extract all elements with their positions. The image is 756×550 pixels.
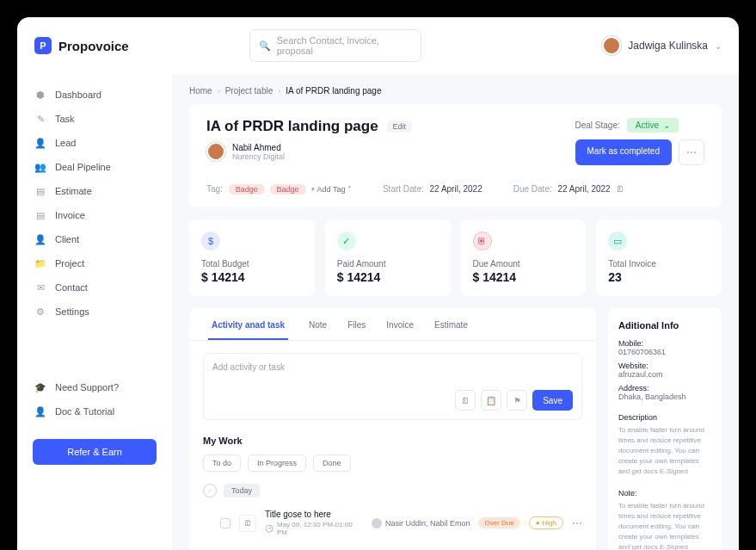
search-icon: 🔍 bbox=[259, 40, 271, 52]
breadcrumb-parent[interactable]: Project table bbox=[225, 86, 274, 96]
sidebar-item-client[interactable]: 👤Client bbox=[17, 227, 172, 251]
website-label: Website: bbox=[618, 362, 711, 370]
stat-due-amount: ⛨Due Amount$ 14214 bbox=[461, 219, 587, 296]
filter-in-progress[interactable]: In Progress bbox=[248, 454, 306, 472]
note-value: To enable faster turn around times and r… bbox=[618, 501, 711, 550]
lead-icon: 👤 bbox=[34, 137, 46, 149]
owner-name: Nabil Ahmed bbox=[232, 143, 285, 152]
description-label: Description bbox=[618, 413, 711, 422]
task-checkbox[interactable] bbox=[220, 518, 230, 528]
mark-completed-button[interactable]: Mark as completed bbox=[575, 139, 672, 165]
task-more-button[interactable]: ⋯ bbox=[572, 517, 582, 529]
estimate-icon: ▤ bbox=[34, 185, 46, 197]
client-icon: 👤 bbox=[34, 233, 46, 245]
activity-panel: Activity anad taskNoteFilesInvoiceEstima… bbox=[189, 308, 596, 550]
tab-estimate[interactable]: Estimate bbox=[434, 320, 468, 340]
sidebar-item-estimate[interactable]: ▤Estimate bbox=[17, 179, 172, 203]
sidebar-item-dashboard[interactable]: ⬢Dashboard bbox=[17, 83, 172, 107]
task-icon: ✎ bbox=[34, 113, 46, 125]
sidebar: ⬢Dashboard✎Task👤Lead👥Deal Pipeline▤Estim… bbox=[17, 74, 172, 550]
tab-note[interactable]: Note bbox=[309, 320, 327, 340]
deal-pipeline-icon: 👥 bbox=[34, 161, 46, 173]
note-label: Note: bbox=[618, 489, 711, 497]
stat-icon: ⛨ bbox=[473, 232, 492, 250]
stats-row: $Total Budget$ 14214✓Paid Amount$ 14214⛨… bbox=[189, 219, 722, 296]
sidebar-item-settings[interactable]: ⚙Settings bbox=[17, 300, 172, 324]
tab-activity-anad-task[interactable]: Activity anad task bbox=[208, 320, 288, 340]
task-title[interactable]: Title gose to here bbox=[265, 510, 363, 519]
owner-org: Nurency Digital bbox=[232, 152, 285, 161]
chevron-down-icon: ⌄ bbox=[663, 121, 670, 130]
priority-badge: ●High bbox=[529, 516, 563, 529]
invoice-icon: ▤ bbox=[34, 209, 46, 221]
deal-stage-select[interactable]: Active ⌄ bbox=[627, 118, 679, 133]
sidebar-item-task[interactable]: ✎Task bbox=[17, 107, 172, 131]
app-window: P Propovoice 🔍 Search Contact, invoice, … bbox=[17, 17, 739, 550]
user-menu[interactable]: Jadwiga Kulinska ⌄ bbox=[602, 36, 722, 55]
clock-icon: 🕑 bbox=[265, 525, 274, 533]
filter-to-do[interactable]: To do bbox=[203, 454, 241, 472]
sidebar-item-deal-pipeline[interactable]: 👥Deal Pipeline bbox=[17, 155, 172, 179]
topbar: P Propovoice 🔍 Search Contact, invoice, … bbox=[17, 17, 739, 74]
due-date-label: Due Date: bbox=[513, 184, 552, 194]
sidebar-item-invoice[interactable]: ▤Invoice bbox=[17, 203, 172, 227]
edit-button[interactable]: Edit bbox=[387, 121, 413, 133]
tab-files[interactable]: Files bbox=[347, 320, 366, 340]
activity-input[interactable]: Add activity or task bbox=[212, 362, 573, 385]
add-tag-button[interactable]: + Add Tag ˅ bbox=[310, 185, 352, 194]
mywork-heading: My Work bbox=[203, 436, 582, 446]
project-owner: Nabil Ahmed Nurency Digital bbox=[206, 142, 412, 161]
stat-total-budget: $Total Budget$ 14214 bbox=[189, 219, 315, 296]
brand[interactable]: P Propovoice bbox=[34, 37, 129, 54]
tag-label: Tag: bbox=[206, 184, 223, 194]
filter-done[interactable]: Done bbox=[313, 454, 351, 472]
avatar bbox=[372, 518, 382, 528]
flag-icon-button[interactable]: ⚑ bbox=[507, 390, 527, 411]
overdue-badge: Over Due bbox=[478, 517, 519, 528]
breadcrumb-home[interactable]: Home bbox=[189, 86, 212, 96]
task-row: 🗓 Title gose to here 🕑 May 09, 12:30 PM-… bbox=[203, 506, 582, 540]
contact-icon: ✉ bbox=[34, 281, 46, 294]
sidebar-item-contact[interactable]: ✉Contact bbox=[17, 275, 172, 300]
search-input[interactable]: 🔍 Search Contact, invoice, proposal bbox=[249, 29, 421, 62]
breadcrumb-current: IA of PRDR landing page bbox=[286, 86, 381, 96]
user-avatar bbox=[602, 36, 621, 55]
refer-earn-button[interactable]: Refer & Earn bbox=[33, 439, 157, 465]
sidebar-item-project[interactable]: 📁Project bbox=[17, 251, 172, 275]
tag-pill[interactable]: Badge bbox=[229, 184, 265, 195]
activity-composer: Add activity or task 🗓 📋 ⚑ Save bbox=[203, 353, 582, 420]
content-area: Home › Project table › IA of PRDR landin… bbox=[172, 74, 739, 550]
tag-pill[interactable]: Badge bbox=[270, 184, 306, 195]
settings-icon: ⚙ bbox=[34, 306, 46, 318]
start-date-label: Start Date: bbox=[383, 184, 424, 194]
info-heading: Aditional Info bbox=[618, 320, 711, 331]
address-value: Dhaka, Bangladesh bbox=[618, 392, 711, 401]
tabs: Activity anad taskNoteFilesInvoiceEstima… bbox=[189, 308, 596, 341]
sidebar-item-lead[interactable]: 👤Lead bbox=[17, 131, 172, 155]
sidebar-item-doc-tutorial[interactable]: 👤Doc & Tutorial bbox=[17, 399, 172, 423]
calendar-icon-button[interactable]: 🗓 bbox=[455, 390, 476, 411]
owner-avatar bbox=[206, 142, 225, 161]
save-activity-button[interactable]: Save bbox=[532, 390, 573, 411]
stat-total-invoice: ▭Total Invoice23 bbox=[596, 219, 722, 296]
additional-info-panel: Aditional Info Mobile: 01760706361 Websi… bbox=[608, 308, 722, 550]
stat-icon: $ bbox=[201, 232, 220, 250]
search-placeholder: Search Contact, invoice, proposal bbox=[277, 35, 412, 56]
sidebar-item-need-support-[interactable]: 🎓Need Support? bbox=[17, 375, 172, 399]
website-value: afruzaul.com bbox=[618, 370, 711, 379]
task-calendar-icon: 🗓 bbox=[239, 515, 256, 532]
project-header-card: IA of PRDR landing page Edit Nabil Ahmed… bbox=[189, 104, 722, 207]
brand-logo-icon: P bbox=[34, 37, 52, 54]
user-name: Jadwiga Kulinska bbox=[628, 40, 708, 52]
brand-name: Propovoice bbox=[58, 39, 129, 53]
more-actions-button[interactable]: ⋯ bbox=[679, 139, 704, 165]
clipboard-icon-button[interactable]: 📋 bbox=[481, 390, 501, 411]
due-date-value: 22 April, 2022 bbox=[558, 184, 611, 194]
dashboard-icon: ⬢ bbox=[34, 89, 46, 101]
tab-invoice[interactable]: Invoice bbox=[386, 320, 414, 340]
mobile-label: Mobile: bbox=[618, 339, 711, 348]
page-title: IA of PRDR landing page bbox=[206, 118, 378, 135]
task-time: May 09, 12:30 PM-01:00 PM bbox=[277, 521, 363, 536]
calendar-icon: 🗓 bbox=[616, 184, 624, 194]
check-circle-icon: ✓ bbox=[203, 484, 217, 497]
